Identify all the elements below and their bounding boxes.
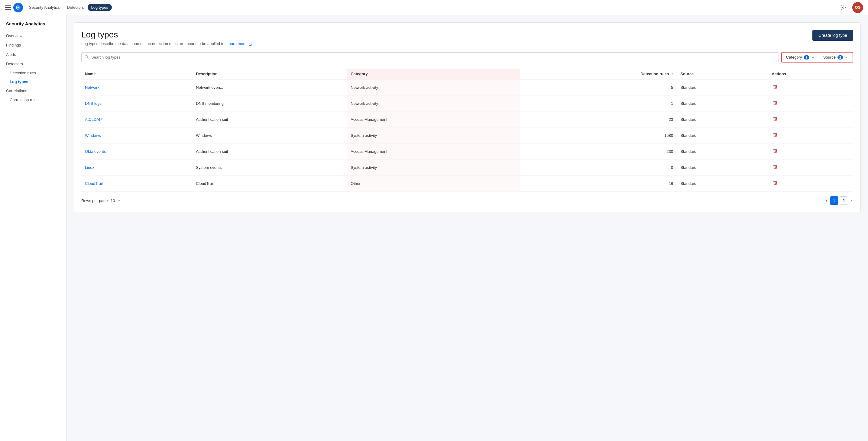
sort-icon: ↑: [671, 72, 673, 76]
chevron-down-icon2: [845, 56, 848, 59]
cell-source: Standard: [677, 79, 768, 96]
settings-icon[interactable]: [838, 2, 849, 13]
svg-point-1: [18, 7, 19, 8]
delete-button[interactable]: [772, 83, 779, 92]
svg-point-2: [843, 7, 844, 8]
cell-description: CloudTrail: [192, 175, 347, 192]
col-header-detection-rules[interactable]: Detection rules ↑: [520, 69, 677, 79]
delete-button[interactable]: [772, 179, 779, 188]
cell-description: Windows: [192, 128, 347, 143]
cell-actions: [768, 143, 853, 160]
delete-button[interactable]: [772, 163, 779, 172]
log-types-table: Name Description Category Detection rule…: [81, 69, 853, 192]
chevron-down-icon: [811, 56, 815, 59]
svg-line-3: [250, 43, 252, 44]
delete-button[interactable]: [772, 147, 779, 156]
search-input[interactable]: [81, 52, 779, 62]
cell-source: Standard: [677, 160, 768, 175]
cell-category: Network activity: [347, 96, 520, 111]
table-row: AD/LDAP Authentication suit Access Manag…: [81, 111, 853, 128]
sidebar: Security Analytics Overview Findings Ale…: [0, 15, 66, 441]
cell-name: AD/LDAP: [81, 111, 192, 128]
cell-source: Standard: [677, 143, 768, 160]
log-type-link[interactable]: DNS logs: [85, 101, 101, 106]
avatar[interactable]: OS: [852, 2, 863, 13]
sidebar-item-detectors[interactable]: Detectors: [0, 59, 66, 69]
cell-source: Standard: [677, 96, 768, 111]
filters-row: Category 7 Source 2: [81, 52, 853, 63]
table-body: Network Network even... Network activity…: [81, 79, 853, 192]
source-filter-label: Source: [823, 55, 836, 60]
cell-detection-rules: 1580: [520, 128, 677, 143]
top-nav: Security Analytics Detectors Log types O…: [0, 0, 868, 15]
page-header: Log types Log types describe the data so…: [81, 30, 853, 46]
breadcrumb-security-analytics[interactable]: Security Analytics: [25, 4, 63, 11]
sidebar-item-correlation-rules[interactable]: Correlation rules: [0, 96, 66, 104]
learn-more-link[interactable]: Learn more: [227, 41, 252, 46]
delete-button[interactable]: [772, 131, 779, 140]
sidebar-item-findings[interactable]: Findings: [0, 40, 66, 50]
col-header-actions: Actions: [768, 69, 853, 79]
prev-page-button[interactable]: ‹: [825, 198, 829, 203]
page-header-text: Log types Log types describe the data so…: [81, 30, 252, 46]
create-log-type-button[interactable]: Create log type: [812, 30, 853, 41]
next-page-button[interactable]: ›: [849, 198, 853, 203]
cell-actions: [768, 128, 853, 143]
cell-category: Other: [347, 175, 520, 192]
cell-detection-rules: 5: [520, 79, 677, 96]
rows-chevron-icon: [117, 199, 121, 202]
cell-name: Network: [81, 79, 192, 96]
sidebar-title: Security Analytics: [0, 21, 66, 31]
cell-description: Network even...: [192, 79, 347, 96]
category-filter-badge: 7: [804, 55, 809, 60]
main-content: Log types Log types describe the data so…: [66, 15, 868, 441]
page-1-button[interactable]: 1: [830, 196, 838, 205]
log-type-link[interactable]: Network: [85, 85, 99, 90]
cell-category: System activity: [347, 160, 520, 175]
cell-source: Standard: [677, 175, 768, 192]
log-type-link[interactable]: Windows: [85, 133, 101, 138]
cell-source: Standard: [677, 128, 768, 143]
cell-source: Standard: [677, 111, 768, 128]
cell-actions: [768, 96, 853, 111]
sidebar-item-detection-rules[interactable]: Detection rules: [0, 69, 66, 77]
main-layout: Security Analytics Overview Findings Ale…: [0, 15, 868, 441]
cell-category: Access Management: [347, 111, 520, 128]
page-2-button[interactable]: 2: [840, 196, 848, 205]
page-subtitle: Log types describe the data sources the …: [81, 41, 252, 46]
sidebar-item-overview[interactable]: Overview: [0, 31, 66, 40]
log-type-link[interactable]: AD/LDAP: [85, 117, 102, 122]
breadcrumb-log-types[interactable]: Log types: [88, 4, 112, 11]
source-filter-button[interactable]: Source 2: [819, 53, 852, 62]
table-header: Name Description Category Detection rule…: [81, 69, 853, 79]
log-type-link[interactable]: Linux: [85, 165, 94, 170]
breadcrumb-detectors[interactable]: Detectors: [63, 4, 88, 11]
rows-per-page[interactable]: Rows per page: 10: [81, 199, 121, 203]
cell-detection-rules: 23: [520, 111, 677, 128]
category-filter-button[interactable]: Category 7: [782, 53, 819, 62]
sidebar-item-alerts[interactable]: Alerts: [0, 50, 66, 59]
search-wrapper: [81, 52, 779, 62]
sidebar-item-correlations[interactable]: Correlations: [0, 86, 66, 96]
nav-right: OS: [838, 2, 863, 13]
breadcrumb: Security Analytics Detectors Log types: [25, 4, 112, 11]
cell-category: System activity: [347, 128, 520, 143]
category-filter-label: Category: [786, 55, 802, 60]
log-type-link[interactable]: CloudTrail: [85, 181, 103, 186]
menu-icon[interactable]: [5, 4, 11, 10]
pagination: ‹ 1 2 ›: [825, 196, 853, 205]
cell-name: Windows: [81, 128, 192, 143]
delete-button[interactable]: [772, 115, 779, 124]
table-row: Network Network even... Network activity…: [81, 79, 853, 96]
delete-button[interactable]: [772, 99, 779, 107]
cell-detection-rules: 230: [520, 143, 677, 160]
svg-line-5: [87, 58, 88, 59]
log-type-link[interactable]: Okta events: [85, 149, 106, 154]
cell-name: Linux: [81, 160, 192, 175]
svg-point-4: [85, 55, 88, 58]
search-icon: [84, 55, 89, 60]
sidebar-item-log-types[interactable]: Log types: [0, 77, 66, 86]
cell-name: CloudTrail: [81, 175, 192, 192]
cell-actions: [768, 160, 853, 175]
source-filter-badge: 2: [837, 55, 843, 60]
